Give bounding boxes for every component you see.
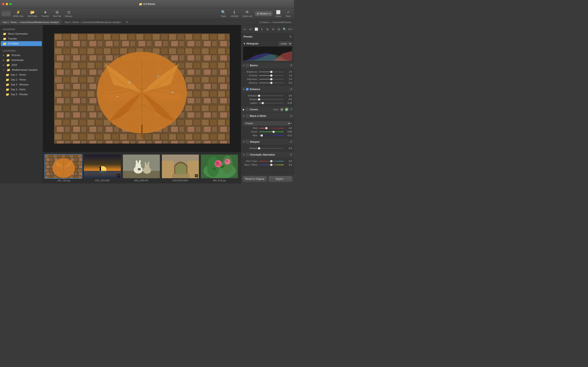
- histogram-expand-arrow[interactable]: ▼: [243, 42, 246, 45]
- enhance-checkbox[interactable]: ✓: [246, 88, 249, 91]
- sharpen-section-header[interactable]: ▼ Sharpen ↺: [241, 139, 294, 145]
- rotate-left-icon[interactable]: ↩: [243, 26, 247, 32]
- viewer-button[interactable]: ⬜ Viewer: [274, 9, 283, 18]
- ca-section-header[interactable]: ▼ Chromatic Aberration ↺: [241, 151, 294, 158]
- sidebar-item-transfer[interactable]: 📁 Transfer: [0, 36, 43, 41]
- deepen-slider[interactable]: [259, 99, 284, 100]
- bw-red-slider[interactable]: [259, 128, 284, 128]
- sidebar-item-day3-messina[interactable]: 📁 Day 3 - Messina: [0, 82, 43, 87]
- presets-menu-button[interactable]: ≡: [290, 35, 292, 39]
- forward-button[interactable]: ›: [6, 11, 10, 16]
- maximize-button[interactable]: [9, 3, 12, 5]
- basics-expand-arrow[interactable]: ▼: [243, 64, 245, 67]
- ca-checkbox[interactable]: [246, 153, 249, 156]
- ca-blue-yellow-slider[interactable]: [259, 165, 284, 165]
- filmstrip-item-2[interactable]: IMG_1099.JPG: [122, 154, 160, 182]
- curves-color-button[interactable]: ◉: [285, 108, 288, 111]
- sidebar-item-mediterranean-vacation[interactable]: ▼ 📁 Mediterranean Vacation: [0, 67, 43, 72]
- sidebar-item-2018[interactable]: ▶ 📁 2018: [0, 63, 43, 67]
- histogram-mode-select[interactable]: Luma RGB Red Green Blue: [279, 42, 292, 46]
- sidebar-item-miras-gymnastics[interactable]: 📁 Mira's Gymnastics: [0, 31, 43, 36]
- ca-red-cyan-slider[interactable]: [259, 161, 284, 161]
- filmstrip-thumb-0[interactable]: [44, 154, 82, 179]
- filmstrip-item-3[interactable]: A DSC01052.ARW: [162, 154, 199, 182]
- revert-to-original-button[interactable]: Revert to Original: [243, 176, 267, 182]
- back-button[interactable]: ‹: [2, 11, 6, 16]
- curves-bw-button[interactable]: ◑: [280, 108, 284, 111]
- bw-green-slider[interactable]: [259, 132, 284, 132]
- zoom-out-icon[interactable]: ⊖: [271, 26, 276, 32]
- bw-presets-arrow[interactable]: ▾: [291, 122, 292, 125]
- info-icon[interactable]: ℹ: [260, 26, 264, 32]
- contrast-slider[interactable]: [259, 75, 284, 76]
- curves-section-header[interactable]: ▶ Curves Auto: ◑ ◉ ↺: [241, 106, 294, 113]
- crop-icon[interactable]: ⬜: [254, 26, 259, 32]
- filmstrip-item-4[interactable]: IMG_9132.jpg: [200, 154, 238, 182]
- zoom-fit-icon[interactable]: ⊟: [277, 26, 281, 32]
- bw-expand-arrow[interactable]: ▼: [243, 115, 245, 117]
- folder-icon: 📁: [3, 42, 6, 45]
- filmstrip-item-0[interactable]: _MG_7187.jpg: [44, 154, 82, 182]
- histogram-svg: [243, 47, 292, 61]
- ca-expand-arrow[interactable]: ▼: [243, 154, 245, 156]
- new-tab-button[interactable]: ⊞ New Tab: [52, 9, 63, 18]
- sidebar-item-downloads[interactable]: ▶ 📁 Downloads: [0, 58, 43, 63]
- raws-only-button[interactable]: ⚡ RAWs Only: [11, 9, 25, 18]
- curves-reset-button[interactable]: ↺: [290, 108, 292, 111]
- sidebar-item-day2-rome[interactable]: 📁 Day 2 - Rome: [0, 77, 43, 82]
- curves-checkbox[interactable]: [246, 108, 249, 111]
- ca-reset-button[interactable]: ↺: [290, 153, 292, 157]
- filmstrip-thumb-2[interactable]: [122, 154, 160, 179]
- flip-icon[interactable]: ⇄: [249, 26, 253, 32]
- sharpen-reset-button[interactable]: ↺: [290, 140, 292, 144]
- vibrancy-slider[interactable]: [259, 83, 284, 83]
- new-tab-plus-button[interactable]: +: [124, 19, 130, 25]
- filmstrip-thumb-1[interactable]: N: [84, 154, 121, 179]
- minimize-button[interactable]: [6, 3, 8, 5]
- bw-checkbox[interactable]: [246, 115, 249, 117]
- done-button[interactable]: ✓ Done: [284, 9, 292, 18]
- filmstrip-item-1[interactable]: N DSC_0322.NEF: [84, 154, 121, 182]
- zoom-in-icon[interactable]: ⊕: [265, 26, 270, 32]
- tasks-button[interactable]: 🔍 Tasks: [219, 9, 228, 18]
- sidebar-item-day4-delos[interactable]: 📁 Day 4 - Delos: [0, 87, 43, 92]
- browser-button[interactable]: ⊡ Browser: [63, 9, 74, 18]
- enhance-section-header[interactable]: ▼ ✓ Enhance ↺: [241, 86, 294, 92]
- sidebar-item-day1-rome[interactable]: 📁 Day 1 - Rome: [0, 72, 43, 77]
- folder-icon: 📁: [139, 2, 142, 6]
- tab-day2-rome[interactable]: Day 2 - Rome — /Users/Shared/Mediterrane…: [62, 19, 124, 25]
- sidebar-item-2-demo[interactable]: 📁 2.0 Demo: [1, 41, 42, 46]
- basics-checkbox[interactable]: [246, 64, 249, 67]
- definition-slider[interactable]: [259, 95, 284, 96]
- folder-icon: 📁: [6, 93, 9, 96]
- close-button[interactable]: [2, 3, 4, 5]
- sharpen-checkbox[interactable]: [246, 141, 249, 143]
- lighten-slider[interactable]: [259, 103, 284, 103]
- enhance-expand-arrow[interactable]: ▼: [243, 88, 245, 90]
- basics-section-header[interactable]: ▼ Basics ↺: [241, 62, 294, 69]
- main-image-area[interactable]: [43, 25, 241, 152]
- basics-reset-button[interactable]: ↺: [290, 63, 292, 67]
- thumbnail-size-dropdown[interactable]: ⊞ Medium ▾: [255, 11, 272, 16]
- export-button[interactable]: Export...: [268, 176, 293, 182]
- filmstrip-thumb-3[interactable]: A: [162, 154, 199, 179]
- sharpen-expand-arrow[interactable]: ▼: [243, 141, 245, 143]
- bw-section-header[interactable]: ▼ Black & White ↺: [241, 113, 294, 119]
- zoom-actual-icon[interactable]: 🔍: [282, 26, 287, 32]
- add-folder-button[interactable]: 📂 Add Folder: [26, 9, 39, 18]
- saturation-slider[interactable]: [259, 79, 284, 80]
- tab-day1-rome[interactable]: Day 1 - Rome — /Users/Shared/Mediterrane…: [0, 19, 62, 25]
- brightness-slider[interactable]: [259, 72, 284, 72]
- bw-reset-button[interactable]: ↺: [290, 114, 292, 118]
- bw-blue-slider[interactable]: [259, 135, 284, 136]
- curves-expand-arrow[interactable]: ▶: [243, 108, 245, 111]
- sidebar-item-day5-rhodes[interactable]: 📁 Day 5 - Rhodes: [0, 92, 43, 97]
- enhance-reset-button[interactable]: ↺: [290, 87, 292, 91]
- favorite-button[interactable]: ★ Favorite: [40, 9, 51, 18]
- sidebar-item-pictures[interactable]: ▶ 📁 Pictures: [0, 53, 43, 58]
- info-edit-button[interactable]: ℹ Info/Edit: [229, 9, 240, 18]
- filmstrip-thumb-4[interactable]: [200, 154, 238, 179]
- quicklook-button[interactable]: 👁 QuickLook: [241, 9, 254, 18]
- sharpen-amount-slider[interactable]: [259, 148, 284, 149]
- bw-presets-select[interactable]: Presets: [243, 121, 291, 125]
